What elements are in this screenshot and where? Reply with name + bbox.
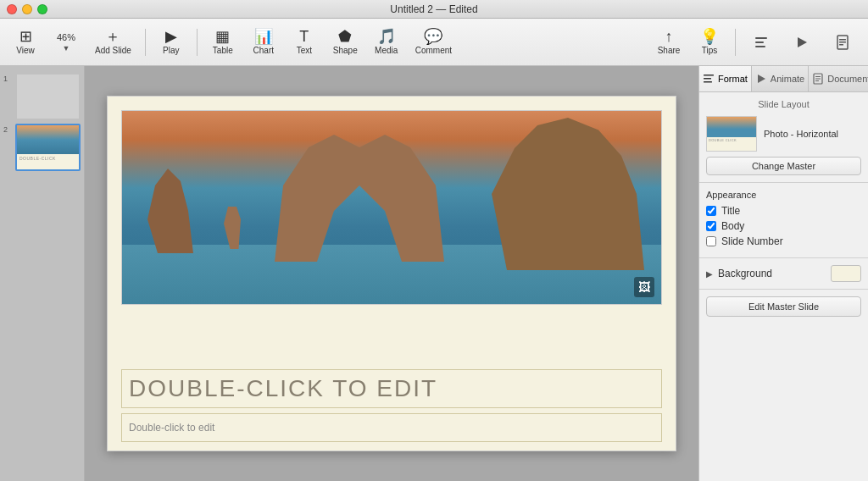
- divider-3: [735, 29, 736, 56]
- toolbar: ⊞ View 46% ▼ ＋ Add Slide ▶ Play ▦ Table …: [0, 19, 868, 66]
- zoom-control[interactable]: 46% ▼: [47, 24, 85, 61]
- svg-rect-13: [815, 76, 821, 77]
- shape-label: Shape: [333, 46, 358, 55]
- slide-layout-section: Slide Layout DOUBLE CLICK Photo - Horizo…: [699, 92, 868, 183]
- slide-thumbnail-2[interactable]: DOUBLE-CLICK: [15, 124, 81, 171]
- title-checkbox-label: Title: [721, 205, 740, 217]
- comment-label: Comment: [415, 46, 452, 55]
- slide-photo-placeholder[interactable]: 🖼: [121, 110, 662, 305]
- right-panel: Format Animate Document Slide Layout DOU…: [698, 66, 868, 481]
- slide-number-checkbox[interactable]: [706, 236, 716, 246]
- svg-rect-1: [755, 41, 764, 43]
- document-tab-icon: [812, 73, 824, 85]
- svg-rect-10: [704, 81, 712, 83]
- table-label: Table: [213, 46, 233, 55]
- tips-icon: 💡: [700, 29, 719, 44]
- slide-number-2: 2: [3, 124, 12, 134]
- table-icon: ▦: [215, 29, 230, 44]
- tab-format[interactable]: Format: [699, 66, 752, 91]
- title-checkbox-row: Title: [706, 205, 861, 217]
- slide-thumb-title-text: DOUBLE-CLICK: [17, 154, 79, 163]
- text-button[interactable]: T Text: [286, 24, 323, 61]
- slide-body-area[interactable]: Double-click to edit: [121, 413, 662, 442]
- share-icon: ↑: [665, 29, 673, 44]
- rock-arch: [275, 135, 444, 262]
- body-checkbox-label: Body: [721, 220, 744, 232]
- media-label: Media: [375, 46, 398, 55]
- background-color-swatch[interactable]: [831, 265, 861, 282]
- add-slide-label: Add Slide: [95, 46, 131, 55]
- animate-panel-button[interactable]: [783, 24, 821, 61]
- photo-image: [122, 111, 661, 304]
- view-button[interactable]: ⊞ View: [7, 24, 44, 61]
- slide-item-2[interactable]: 2 DOUBLE-CLICK: [3, 124, 81, 171]
- svg-rect-15: [815, 80, 819, 81]
- share-label: Share: [658, 46, 681, 55]
- comment-icon: 💬: [424, 29, 442, 44]
- rock-small: [224, 207, 245, 249]
- add-slide-button[interactable]: ＋ Add Slide: [88, 24, 138, 61]
- slide-thumbnail-1[interactable]: [15, 73, 81, 120]
- chart-label: Chart: [253, 46, 274, 55]
- slide-number-checkbox-row: Slide Number: [706, 235, 861, 247]
- animate-tab-icon: [755, 73, 767, 85]
- zoom-chevron-icon: ▼: [63, 44, 70, 53]
- table-button[interactable]: ▦ Table: [204, 24, 242, 61]
- svg-rect-5: [839, 39, 846, 41]
- body-checkbox[interactable]: [706, 221, 716, 231]
- change-master-button[interactable]: Change Master: [706, 157, 861, 175]
- slide-title-text: DOUBLE-CLICK TO EDIT: [129, 375, 437, 402]
- slide-body-text: Double-click to edit: [129, 422, 214, 434]
- layout-thumbnail: DOUBLE CLICK: [706, 116, 757, 152]
- layout-preview: DOUBLE CLICK Photo - Horizontal: [706, 116, 861, 152]
- media-button[interactable]: 🎵 Media: [368, 24, 405, 61]
- slide-number-1: 1: [3, 73, 12, 83]
- view-label: View: [16, 46, 35, 55]
- shape-icon: ⬟: [338, 29, 352, 44]
- slide-title-area[interactable]: DOUBLE-CLICK TO EDIT: [121, 369, 662, 408]
- slide-panel: 1 2 DOUBLE-CLICK: [0, 66, 85, 481]
- slide-thumb-inner-2: DOUBLE-CLICK: [17, 125, 79, 169]
- media-icon: 🎵: [377, 29, 396, 44]
- slide-canvas[interactable]: 🖼 DOUBLE-CLICK TO EDIT Double-click to e…: [107, 96, 676, 451]
- play-button[interactable]: ▶ Play: [153, 24, 190, 61]
- window-controls[interactable]: [7, 4, 47, 14]
- svg-marker-3: [798, 37, 807, 47]
- comment-button[interactable]: 💬 Comment: [409, 24, 459, 61]
- title-bar: Untitled 2 — Edited: [0, 0, 868, 19]
- canvas-area[interactable]: 🖼 DOUBLE-CLICK TO EDIT Double-click to e…: [85, 66, 698, 481]
- background-row: ▶ Background: [706, 265, 861, 282]
- play-icon: ▶: [165, 29, 177, 44]
- play-label: Play: [163, 46, 179, 55]
- svg-rect-6: [839, 41, 846, 43]
- svg-rect-8: [704, 75, 714, 76]
- format-panel-button[interactable]: [743, 24, 780, 61]
- appearance-section: Appearance Title Body Slide Number: [699, 183, 868, 258]
- slide-layout-title: Slide Layout: [706, 99, 861, 109]
- edit-master-slide-button[interactable]: Edit Master Slide: [706, 296, 861, 317]
- slide-item-1[interactable]: 1: [3, 73, 81, 120]
- text-label: Text: [297, 46, 312, 55]
- layout-thumb-text: DOUBLE CLICK: [707, 137, 756, 143]
- background-expand-icon[interactable]: ▶: [706, 269, 713, 279]
- svg-rect-7: [839, 44, 843, 46]
- slide-number-checkbox-label: Slide Number: [721, 235, 783, 247]
- window-title: Untitled 2 — Edited: [390, 3, 477, 15]
- svg-rect-14: [815, 79, 821, 80]
- shape-button[interactable]: ⬟ Shape: [326, 24, 364, 61]
- slide-thumb-inner-1: [17, 75, 79, 119]
- tips-button[interactable]: 💡 Tips: [691, 24, 728, 61]
- tab-document[interactable]: Document: [809, 66, 868, 91]
- share-button[interactable]: ↑ Share: [650, 24, 687, 61]
- maximize-button[interactable]: [37, 4, 47, 14]
- photo-replace-icon[interactable]: 🖼: [634, 277, 654, 297]
- chart-button[interactable]: 📊 Chart: [245, 24, 282, 61]
- tab-animate[interactable]: Animate: [752, 66, 809, 91]
- tab-animate-label: Animate: [771, 74, 804, 84]
- title-checkbox[interactable]: [706, 206, 716, 216]
- svg-rect-2: [755, 46, 765, 47]
- minimize-button[interactable]: [22, 4, 32, 14]
- close-button[interactable]: [7, 4, 17, 14]
- document-panel-button[interactable]: [824, 24, 861, 61]
- layout-name-text: Photo - Horizontal: [764, 129, 838, 139]
